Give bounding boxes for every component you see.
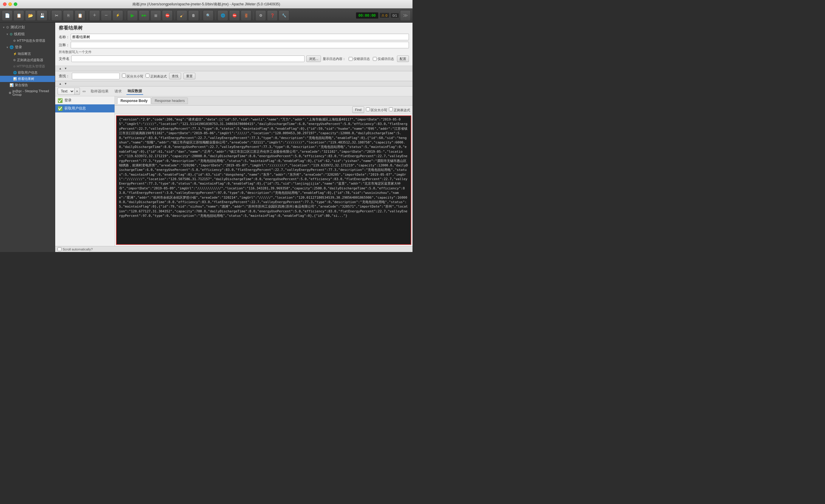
case-sensitive-checkbox[interactable] [122, 74, 126, 78]
cut-button[interactable]: ✂ [51, 10, 62, 21]
regex-checkbox[interactable] [146, 74, 149, 78]
content-area: 察看结果树 名称： 注释： 所有数据写入一个文件 文件名 浏览... 显示日志内… [55, 23, 412, 252]
close-button[interactable] [3, 2, 7, 6]
find-case-option[interactable]: 区分大小写 [366, 107, 387, 113]
shutdown-button[interactable]: ⛔ [162, 10, 173, 21]
stop-button[interactable]: ⏹ [150, 10, 161, 21]
search-options: 区分大小写 正则表达式 查找 重置 [122, 73, 195, 79]
expand-button[interactable]: + [89, 10, 100, 21]
comment-label: 注释： [59, 43, 71, 48]
split-icon[interactable]: ⇔ [82, 89, 86, 94]
dropdown-arrow-icon[interactable]: ▾ [75, 88, 80, 95]
sidebar-item-get-user-info[interactable]: 🌐 获取用户信息 [0, 69, 55, 76]
sidebar-item-stepping-thread[interactable]: ⚙ jp@gc - Stepping Thread Group [0, 88, 55, 97]
sampler-icon: 🌐 [10, 45, 14, 49]
login-tree-item[interactable]: ✅ 登录 [55, 96, 115, 104]
sidebar-item-test-plan[interactable]: ▼ ⚙ 测试计划 [0, 24, 55, 31]
new-button[interactable]: 📄 [2, 10, 12, 21]
sidebar-item-result-tree[interactable]: 📊 察看结果树 [0, 76, 55, 82]
test-plan-icon: ⚙ [6, 25, 9, 29]
remote-start-button[interactable]: 🌐 [217, 10, 228, 21]
file-input[interactable] [71, 56, 305, 62]
error-log-option[interactable]: 仅错误日志 [349, 57, 370, 61]
up-arrow[interactable]: ▲ [58, 67, 63, 70]
sidebar-item-aggregate-report[interactable]: 📊 聚合报告 [0, 82, 55, 88]
search-button[interactable]: 🔍 [203, 10, 214, 21]
open-button[interactable]: 📂 [25, 10, 36, 21]
sidebar-item-http-header2[interactable]: ⊘ HTTP信息头管理器 [0, 63, 55, 69]
help-button[interactable]: ❓ [267, 10, 278, 21]
templates-button[interactable]: 📋 [13, 10, 24, 21]
scroll-auto-label: Scroll automatically? [63, 247, 93, 251]
browse-button[interactable]: 浏览... [306, 56, 321, 62]
tab-request[interactable]: 请求 [114, 88, 123, 94]
tab-sampler-result[interactable]: 取样器结果 [89, 88, 110, 94]
response-content-area[interactable]: {"version":"2.0","code":200,"msg":"请求成功"… [116, 116, 411, 245]
config-button[interactable]: 配置 [397, 56, 409, 62]
find-in-response-button[interactable]: Find [352, 106, 364, 113]
sidebar-item-login[interactable]: ▼ 🌐 登录 [0, 44, 55, 51]
maximize-button[interactable] [14, 2, 17, 6]
scroll-auto-option[interactable]: Scroll automatically? [58, 247, 93, 251]
assertion-icon: ⚡ [13, 52, 17, 56]
sidebar-item-label: 察看结果树 [18, 77, 34, 81]
separator6 [215, 11, 216, 20]
clear-button[interactable]: 🧹 [176, 10, 187, 21]
plugins-button[interactable]: 🔧 [279, 10, 289, 21]
collapse-button[interactable]: − [101, 10, 111, 21]
run-button[interactable]: ▶ [127, 10, 138, 21]
down-arrow2[interactable]: ▼ [63, 82, 68, 86]
format-select[interactable]: Text [58, 88, 75, 95]
remote-exit-button[interactable]: 🚪 [241, 10, 251, 21]
config-disabled-icon: ⊘ [13, 65, 15, 68]
reset-button[interactable]: 重置 [183, 73, 195, 79]
tab-response-data[interactable]: 响应数据 [127, 88, 143, 95]
sidebar-item-regex-extractor[interactable]: ⚙ 正则表达式提取器 [0, 57, 55, 63]
scroll-auto-checkbox[interactable] [58, 247, 62, 251]
copy-button[interactable]: ⎘ [63, 10, 74, 21]
find-button[interactable]: 查找 [169, 73, 181, 79]
separator [49, 11, 50, 20]
up-arrow2[interactable]: ▲ [58, 82, 63, 86]
success-log-option[interactable]: 仅成功日志 [373, 57, 394, 61]
report-icon: 📊 [10, 83, 14, 87]
comment-input[interactable] [71, 42, 409, 48]
extractor-icon: ⚙ [13, 59, 16, 62]
name-row: 名称： [59, 34, 409, 40]
name-input[interactable] [71, 34, 409, 40]
paste-button[interactable]: 📋 [75, 10, 85, 21]
minimize-button[interactable] [8, 2, 12, 6]
run-no-pause-button[interactable]: ▶▶ [139, 10, 149, 21]
case-sensitive-option[interactable]: 区分大小写 [122, 74, 143, 79]
save-button[interactable]: 💾 [37, 10, 48, 21]
warning-count: 0 [386, 14, 387, 17]
sampler-icon2: 🌐 [13, 71, 17, 74]
find-regex-option[interactable]: 正则表达式 [389, 107, 410, 113]
split-layout: ✅ 登录 ✅ 获取用户信息 Response Body Response hea… [55, 96, 412, 246]
remote-stop-button[interactable]: ⛔ [229, 10, 240, 21]
get-user-tree-item[interactable]: ✅ 获取用户信息 [55, 104, 115, 113]
success-log-checkbox[interactable] [373, 57, 377, 61]
sidebar-item-label: 聚合报告 [15, 83, 28, 87]
response-tabs: Response Body Response headers [115, 96, 412, 105]
response-body-tab[interactable]: Response Body [117, 97, 151, 104]
find-regex-checkbox[interactable] [389, 107, 393, 111]
regex-option[interactable]: 正则表达式 [146, 74, 167, 79]
sidebar-item-http-header[interactable]: ⚙ HTTP信息头管理器 [0, 38, 55, 44]
separator4 [174, 11, 175, 20]
search-input[interactable] [72, 73, 120, 79]
down-arrow[interactable]: ▼ [63, 67, 68, 70]
response-headers-tab[interactable]: Response headers [152, 97, 188, 104]
sidebar-item-label: HTTP信息头管理器 [17, 64, 45, 69]
sidebar-item-thread-group[interactable]: ▼ ⚙ 线程组 [0, 31, 55, 38]
response-viewer: Response Body Response headers Find 区分大小… [115, 96, 412, 246]
sidebar-item-label: 正则表达式提取器 [17, 58, 43, 62]
toggle-button[interactable]: ⚡ [112, 10, 123, 21]
sidebar-item-response-assertion[interactable]: ⚡ 响应断言 [0, 51, 55, 57]
arrow-bar-bottom: ▲ ▼ [55, 81, 412, 86]
options-button[interactable]: ⚙ [255, 10, 266, 21]
clear-all-button[interactable]: 🗑 [188, 10, 199, 21]
find-case-checkbox[interactable] [366, 107, 370, 111]
error-log-checkbox[interactable] [349, 57, 353, 61]
expand-all-button[interactable]: ≫ [400, 10, 411, 21]
